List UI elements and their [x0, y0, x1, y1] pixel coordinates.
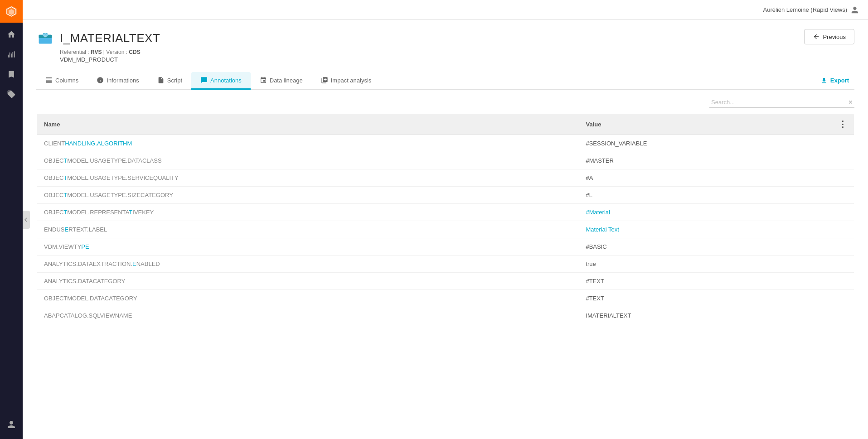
info-icon [97, 77, 104, 84]
content-area: I_MATERIALTEXT Referential : RVS | Versi… [23, 20, 868, 439]
table-row: ANALYTICS.DATACATEGORY#TEXT [37, 273, 854, 290]
sidebar-item-tag[interactable] [0, 84, 23, 104]
column-header-name: Name [37, 114, 579, 135]
cell-value: #MASTER [578, 152, 854, 169]
tab-impact-analysis[interactable]: Impact analysis [312, 72, 381, 90]
back-button[interactable]: Previous [804, 29, 854, 44]
tab-script-label: Script [167, 77, 182, 84]
search-row: × [36, 97, 854, 108]
tab-informations[interactable]: Informations [87, 72, 148, 90]
cell-name: OBJECTMODEL.REPRESENTATIVEKEY [37, 204, 579, 221]
script-icon [157, 77, 165, 84]
tab-annotations[interactable]: Annotations [191, 72, 251, 90]
sidebar-item-chart[interactable] [0, 44, 23, 64]
cell-value: #TEXT [578, 273, 854, 290]
tabs-bar: Columns Informations Script Annotations … [36, 72, 854, 90]
topbar: Aurélien Lemoine (Rapid Views) [23, 0, 868, 20]
tab-data-lineage[interactable]: Data lineage [251, 72, 312, 90]
topbar-user: Aurélien Lemoine (Rapid Views) [763, 6, 859, 14]
cell-value[interactable]: #Material [578, 204, 854, 221]
sidebar-item-user[interactable] [0, 415, 23, 434]
table-row: OBJECTMODEL.USAGETYPE.SERVICEQUALITY#A [37, 169, 854, 187]
tab-data-lineage-label: Data lineage [270, 77, 303, 84]
cell-value: #TEXT [578, 290, 854, 307]
cell-name: ANALYTICS.DATACATEGORY [37, 273, 579, 290]
table-row: ANALYTICS.DATAEXTRACTION.ENABLEDtrue [37, 256, 854, 273]
referential-value: RVS [91, 49, 102, 55]
back-button-label: Previous [823, 34, 846, 40]
user-name: Aurélien Lemoine (Rapid Views) [763, 6, 847, 13]
impact-icon [321, 77, 328, 84]
package-icon [37, 30, 53, 46]
app-logo[interactable] [0, 0, 23, 23]
table-row: ABAPCATALOG.SQLVIEWNAMEIMATERIALTEXT [37, 307, 854, 324]
cell-name: ANALYTICS.DATAEXTRACTION.ENABLED [37, 256, 579, 273]
sidebar-item-bookmark[interactable] [0, 64, 23, 84]
search-input[interactable] [709, 97, 854, 108]
cell-name: CLIENTHANDLING.ALGORITHM [37, 135, 579, 152]
cell-value: true [578, 256, 854, 273]
cell-value[interactable]: Material Text [578, 221, 854, 238]
export-button[interactable]: Export [815, 73, 854, 88]
version-value: CDS [129, 49, 140, 55]
export-icon [820, 77, 828, 84]
table-row: VDM.VIEWTYPE#BASIC [37, 238, 854, 256]
tab-impact-analysis-label: Impact analysis [331, 77, 372, 84]
arrow-left-icon [813, 33, 820, 40]
table-icon [45, 77, 53, 84]
table-body: CLIENTHANDLING.ALGORITHM#SESSION_VARIABL… [37, 135, 854, 324]
cell-name: OBJECTMODEL.USAGETYPE.DATACLASS [37, 152, 579, 169]
page-title: I_MATERIALTEXT [60, 31, 160, 45]
page-header: I_MATERIALTEXT Referential : RVS | Versi… [36, 29, 854, 63]
search-wrap: × [709, 97, 854, 108]
cell-name: OBJECTMODEL.USAGETYPE.SIZECATEGORY [37, 187, 579, 204]
sidebar-collapse-handle[interactable] [23, 211, 30, 229]
annotations-table: Name Value ⋮ CLIENTHANDLING.ALGORITHM#SE… [36, 113, 854, 324]
export-button-label: Export [830, 77, 849, 84]
cell-value: #SESSION_VARIABLE [578, 135, 854, 152]
search-clear-button[interactable]: × [849, 98, 853, 106]
table-row: CLIENTHANDLING.ALGORITHM#SESSION_VARIABL… [37, 135, 854, 152]
page-subtitle: VDM_MD_PRODUCT [60, 56, 160, 63]
tab-actions: Export [815, 73, 854, 88]
user-avatar-icon [851, 6, 859, 14]
tab-annotations-label: Annotations [210, 77, 242, 84]
sidebar [0, 0, 23, 439]
cell-name: ENDUSERTEXT.LABEL [37, 221, 579, 238]
cell-name: VDM.VIEWTYPE [37, 238, 579, 256]
table-row: OBJECTMODEL.USAGETYPE.SIZECATEGORY#L [37, 187, 854, 204]
cell-value: #BASIC [578, 238, 854, 256]
table-row: OBJECTMODEL.REPRESENTATIVEKEY#Material [37, 204, 854, 221]
page-title-row: I_MATERIALTEXT [36, 29, 160, 47]
tab-columns[interactable]: Columns [36, 72, 87, 90]
cell-name: OBJECTMODEL.DATACATEGORY [37, 290, 579, 307]
table-row: OBJECTMODEL.USAGETYPE.DATACLASS#MASTER [37, 152, 854, 169]
page-header-left: I_MATERIALTEXT Referential : RVS | Versi… [36, 29, 160, 63]
table-header: Name Value ⋮ [37, 114, 854, 135]
sidebar-item-home[interactable] [0, 24, 23, 44]
page-meta: Referential : RVS | Version : CDS [60, 49, 160, 55]
annotation-icon [200, 77, 208, 84]
cell-value: IMATERIALTEXT [578, 307, 854, 324]
table-row: OBJECTMODEL.DATACATEGORY#TEXT [37, 290, 854, 307]
column-header-value: Value ⋮ [578, 114, 854, 135]
cell-value: #A [578, 169, 854, 187]
main-content: Aurélien Lemoine (Rapid Views) [23, 0, 868, 439]
lineage-icon [260, 77, 267, 84]
tab-informations-label: Informations [107, 77, 139, 84]
tab-script[interactable]: Script [148, 72, 191, 90]
cell-name: OBJECTMODEL.USAGETYPE.SERVICEQUALITY [37, 169, 579, 187]
entity-icon [36, 29, 54, 47]
tab-columns-label: Columns [55, 77, 78, 84]
cell-name: ABAPCATALOG.SQLVIEWNAME [37, 307, 579, 324]
cell-value: #L [578, 187, 854, 204]
more-options-button[interactable]: ⋮ [839, 119, 847, 129]
table-row: ENDUSERTEXT.LABELMaterial Text [37, 221, 854, 238]
